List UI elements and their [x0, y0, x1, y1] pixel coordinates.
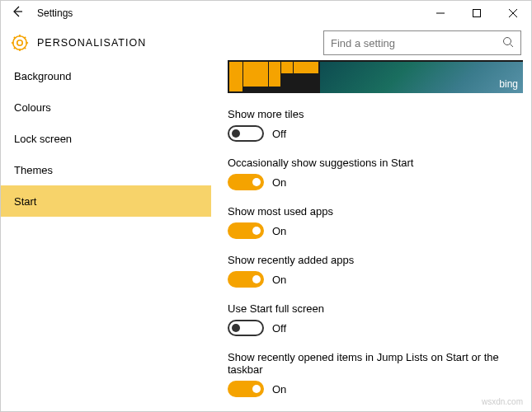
page-header: PERSONALISATION	[1, 26, 531, 60]
setting-label: Occasionally show suggestions in Start	[228, 157, 523, 169]
toggle-knob	[232, 129, 240, 138]
toggle-show-suggestions[interactable]	[228, 174, 264, 190]
preview-tile	[243, 62, 268, 87]
page-title: PERSONALISATION	[37, 37, 323, 49]
setting-label: Show recently opened items in Jump Lists…	[228, 351, 523, 376]
bing-logo: bing	[499, 78, 518, 90]
toggle-show-more-tiles[interactable]	[228, 125, 264, 142]
preview-tile	[229, 62, 242, 91]
back-button[interactable]	[1, 5, 34, 21]
sidebar-item-background[interactable]: Background	[1, 60, 211, 91]
search-icon	[502, 36, 514, 50]
minimize-icon	[436, 9, 445, 17]
setting-label: Use Start full screen	[228, 302, 523, 315]
toggle-state: Off	[272, 322, 286, 335]
toggle-knob	[252, 275, 261, 283]
sidebar-item-themes[interactable]: Themes	[1, 154, 211, 185]
preview-tile	[281, 62, 293, 73]
sidebar-item-colours[interactable]: Colours	[1, 91, 211, 123]
svg-point-6	[17, 40, 22, 45]
titlebar: Settings	[1, 1, 531, 26]
toggle-start-full-screen[interactable]	[228, 320, 264, 336]
toggle-knob	[232, 324, 240, 332]
toggle-jump-list-items[interactable]	[228, 381, 264, 397]
toggle-state: On	[272, 225, 286, 237]
search-input[interactable]	[331, 37, 502, 49]
toggle-knob	[252, 385, 261, 393]
toggle-recently-added-apps[interactable]	[228, 271, 264, 288]
setting-label: Show more tiles	[228, 108, 523, 120]
setting-label: Show most used apps	[228, 205, 523, 218]
toggle-knob	[252, 178, 261, 186]
svg-line-16	[511, 44, 514, 47]
preview-tiles	[228, 60, 320, 93]
toggle-state: On	[272, 274, 286, 286]
watermark: wsxdn.com	[482, 397, 523, 406]
back-arrow-icon	[11, 5, 24, 18]
sidebar: Background Colours Lock screen Themes St…	[1, 60, 211, 412]
setting-show-suggestions: Occasionally show suggestions in Start O…	[228, 157, 523, 190]
toggle-state: Off	[272, 128, 286, 140]
preview-desktop-photo: bing	[320, 60, 523, 93]
preview-tile	[294, 62, 318, 73]
gear-icon	[11, 34, 29, 52]
window-controls	[422, 1, 531, 26]
toggle-state: On	[272, 176, 286, 189]
svg-point-15	[504, 37, 511, 44]
start-preview: bing	[228, 60, 523, 93]
setting-recently-added-apps: Show recently added apps On	[228, 254, 523, 288]
close-icon	[509, 9, 517, 17]
toggle-knob	[252, 227, 261, 235]
setting-label: Show recently added apps	[228, 254, 523, 266]
window-title: Settings	[34, 7, 422, 19]
maximize-icon	[473, 9, 481, 17]
sidebar-item-lock-screen[interactable]: Lock screen	[1, 123, 211, 154]
setting-jump-list-items: Show recently opened items in Jump Lists…	[228, 351, 523, 397]
setting-start-full-screen: Use Start full screen Off	[228, 302, 523, 336]
toggle-state: On	[272, 383, 286, 396]
setting-most-used-apps: Show most used apps On	[228, 205, 523, 239]
close-button[interactable]	[495, 1, 531, 26]
content-pane: bing Show more tiles Off Occasionally sh…	[211, 60, 531, 412]
svg-rect-2	[473, 10, 481, 17]
setting-show-more-tiles: Show more tiles Off	[228, 108, 523, 142]
sidebar-item-start[interactable]: Start	[1, 185, 211, 217]
maximize-button[interactable]	[459, 1, 495, 26]
toggle-most-used-apps[interactable]	[228, 222, 264, 239]
minimize-button[interactable]	[422, 1, 459, 26]
preview-tile	[269, 62, 280, 87]
body: Background Colours Lock screen Themes St…	[1, 60, 531, 412]
search-box[interactable]	[323, 30, 521, 55]
